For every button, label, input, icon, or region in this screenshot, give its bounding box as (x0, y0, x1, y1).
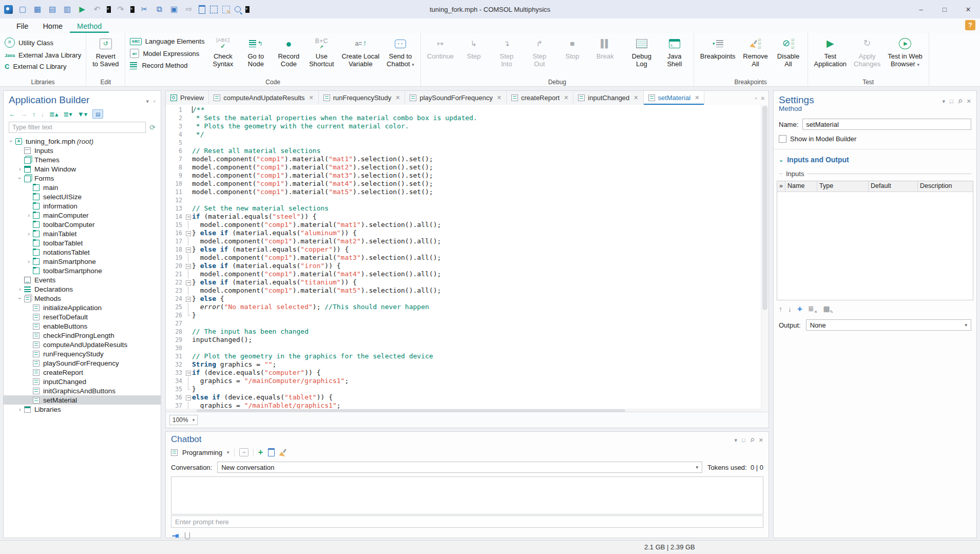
insert-to-method-icon[interactable]: ⇥ (239, 448, 248, 456)
brush-select-icon[interactable] (222, 6, 230, 13)
close-icon[interactable]: ✕ (695, 94, 699, 101)
run-icon[interactable]: ▶ (77, 4, 87, 14)
fold-toggle-icon[interactable] (185, 369, 192, 377)
show-grid-icon[interactable]: ▤ (92, 109, 103, 119)
debug-log-button[interactable]: Debug Log (625, 34, 658, 68)
tree-item-main[interactable]: main (4, 183, 161, 192)
panel-float-icon[interactable]: □ (742, 437, 745, 444)
editor-menu-icon[interactable]: ≡ (761, 95, 764, 101)
model-expressions-button[interactable]: a=Model Expressions (128, 48, 206, 59)
tree-item-enableButtons[interactable]: enableButtons (4, 321, 161, 331)
select-region-icon[interactable] (210, 6, 218, 13)
method-name-field[interactable] (802, 119, 971, 130)
tree-item-createReport[interactable]: createReport (4, 368, 161, 377)
tree-item-runFrequencyStudy[interactable]: runFrequencyStudy (4, 349, 161, 358)
tree-item-tuning_fork.mph[interactable]: ›Atuning_fork.mph(root) (4, 137, 161, 146)
vertical-scrollbar[interactable] (761, 105, 768, 412)
close-icon[interactable]: ✕ (564, 94, 568, 101)
tree-item-playSoundForFrequency[interactable]: playSoundForFrequency (4, 358, 161, 368)
editor-tab-Preview[interactable]: Preview (166, 91, 209, 105)
duplicate-icon[interactable]: ⇨ (184, 4, 194, 14)
tree-item-toolbarComputer[interactable]: toolbarComputer (4, 220, 161, 229)
tree-item-mainTablet[interactable]: ›mainTablet (4, 229, 161, 238)
create-local-variable-button[interactable]: a=⤴Create Local Variable (338, 34, 383, 68)
inputs-and-output-section[interactable]: ⌄ Inputs and Output (774, 154, 976, 166)
send-to-chatbot-button[interactable]: • •Send to Chatbot ▾ (383, 34, 418, 68)
panel-menu-icon[interactable]: ▾ (943, 98, 946, 105)
output-dropdown[interactable]: None ▾ (806, 319, 971, 331)
save-icon[interactable]: ▤ (47, 4, 57, 14)
pin-icon[interactable]: ⚲ (748, 436, 756, 444)
show-in-model-builder-checkbox[interactable] (779, 135, 786, 143)
menu-tab-home[interactable]: Home (35, 18, 70, 33)
tree-item-Inputs[interactable]: Inputs (4, 146, 161, 155)
test-application-button[interactable]: ▶Test Application (811, 34, 851, 68)
tree-item-selectUISize[interactable]: selectUISize (4, 192, 161, 201)
tree-item-mainComputer[interactable]: ›mainComputer (4, 211, 161, 220)
maximize-button[interactable]: □ (933, 0, 956, 18)
record-code-button[interactable]: ●Record Code (272, 34, 305, 68)
move-up-icon[interactable]: ↑ (779, 305, 782, 313)
paste-icon[interactable]: ▣ (169, 4, 179, 14)
fold-toggle-icon[interactable] (185, 393, 192, 402)
revert-to-saved-button[interactable]: ↺Revert to Saved (89, 34, 122, 68)
tree-item-resetToDefault[interactable]: resetToDefault (4, 312, 161, 321)
tree-item-toolbarTablet[interactable]: toolbarTablet (4, 238, 161, 247)
close-icon[interactable]: ✕ (497, 94, 502, 101)
remove-all-button[interactable]: ☑☑☑Remove All (739, 34, 772, 68)
editor-tab-setMaterial[interactable]: setMaterial✕ (644, 91, 705, 105)
redo-icon[interactable]: ↷ (116, 4, 126, 14)
close-icon[interactable]: ✕ (395, 94, 400, 101)
close-icon[interactable]: ✕ (633, 94, 638, 101)
conversation-dropdown[interactable]: New conversation ▾ (217, 462, 702, 473)
move-down-icon[interactable]: ↓ (788, 305, 792, 313)
tree-item-computeAndUpdateResults[interactable]: computeAndUpdateResults (4, 340, 161, 349)
move-down-icon[interactable]: ↓ (41, 110, 45, 118)
pin-icon[interactable]: ⚲ (956, 98, 964, 105)
tree-chevron-icon[interactable]: › (16, 406, 24, 412)
editor-tab-runFrequencyStudy[interactable]: runFrequencyStudy✕ (319, 91, 406, 105)
tree-chevron-icon[interactable]: › (25, 212, 32, 218)
code-editor[interactable]: 1/**2 * Sets the material properties whe… (166, 105, 761, 412)
help-button[interactable]: ? (965, 20, 975, 30)
delete-conversation-icon[interactable] (268, 448, 275, 456)
tree-item-Methods[interactable]: ›Methods (4, 294, 161, 303)
delete-icon[interactable] (199, 5, 205, 14)
redo-caret-icon[interactable]: ▾ (130, 6, 134, 13)
external-java-library-button[interactable]: JavaExternal Java Library (3, 51, 83, 60)
fold-toggle-icon[interactable] (185, 295, 192, 303)
add-input-icon[interactable]: + (797, 304, 802, 314)
fold-toggle-icon[interactable] (185, 229, 192, 237)
tree-item-Main Window[interactable]: ›Main Window (4, 164, 161, 174)
delete-input-icon[interactable]: ≣✕ (808, 304, 817, 314)
tree-item-Libraries[interactable]: ›Libraries (4, 405, 161, 414)
refresh-icon[interactable]: ⟳ (149, 123, 156, 131)
utility-class-button[interactable]: ≡Utility Class (3, 37, 83, 48)
tree-chevron-icon[interactable]: › (16, 295, 24, 301)
tree-item-setMaterial[interactable]: setMaterial (4, 395, 161, 405)
editor-tab-computeAndUpdateResults[interactable]: computeAndUpdateResults✕ (209, 91, 318, 105)
filter-icon[interactable]: ▼▾ (78, 110, 87, 118)
fold-toggle-icon[interactable] (185, 278, 192, 286)
record-method-button[interactable]: Record Method (128, 61, 206, 70)
check-syntax-button[interactable]: [ABC]✓Check Syntax (206, 34, 239, 68)
use-shortcut-button[interactable]: B+C↗Use Shortcut (305, 34, 338, 68)
back-icon[interactable]: ← (9, 110, 15, 118)
panel-collapse-icon[interactable]: ▾ (146, 98, 149, 105)
menu-tab-file[interactable]: File (9, 18, 35, 33)
disable-all-button[interactable]: ⊘☑☑☑Disable All (772, 34, 805, 68)
fold-toggle-icon[interactable] (185, 213, 192, 221)
close-icon[interactable]: ✕ (759, 437, 763, 444)
tree-chevron-icon[interactable]: › (16, 286, 24, 292)
chat-prompt-input[interactable] (171, 515, 763, 528)
zoom-control[interactable]: 100% ▾ (169, 415, 198, 425)
clear-conversation-icon[interactable] (279, 449, 286, 456)
tree-chevron-icon[interactable]: › (25, 231, 32, 237)
editor-tab-createReport[interactable]: createReport✕ (507, 91, 573, 105)
panel-float-icon[interactable]: ▫ (153, 98, 156, 105)
tree-item-Themes[interactable]: Themes (4, 155, 161, 164)
tree-item-initGraphicsAndButtons[interactable]: initGraphicsAndButtons (4, 386, 161, 395)
tree-item-toolbarSmartphone[interactable]: toolbarSmartphone (4, 266, 161, 275)
close-icon[interactable]: ✕ (309, 94, 314, 101)
breakpoints-button[interactable]: ●Breakpoints (697, 34, 739, 60)
